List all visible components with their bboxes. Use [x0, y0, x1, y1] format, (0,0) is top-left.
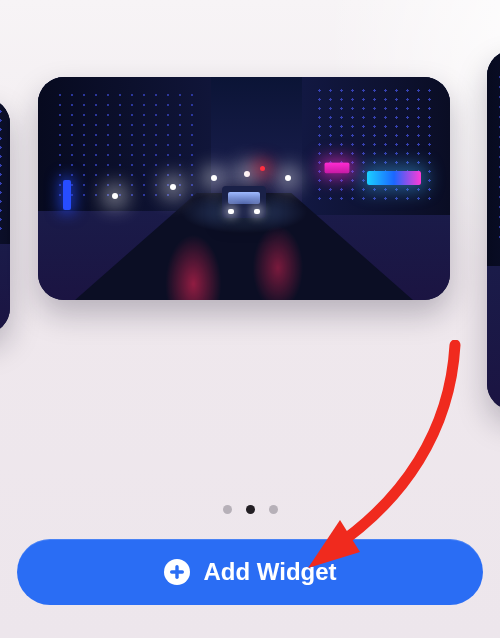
plus-circle-icon — [163, 558, 191, 586]
page-dot-active[interactable] — [246, 505, 255, 514]
add-widget-label: Add Widget — [203, 558, 336, 586]
svg-rect-2 — [170, 570, 184, 573]
page-indicator[interactable] — [0, 505, 500, 514]
widget-picker-screen: Add Widget — [0, 0, 500, 638]
widget-preview-center[interactable] — [38, 77, 450, 300]
widget-preview-side-right[interactable] — [487, 50, 500, 410]
page-dot[interactable] — [269, 505, 278, 514]
widget-preview-side-left[interactable] — [0, 98, 10, 334]
add-widget-button[interactable]: Add Widget — [17, 539, 483, 605]
page-dot[interactable] — [223, 505, 232, 514]
